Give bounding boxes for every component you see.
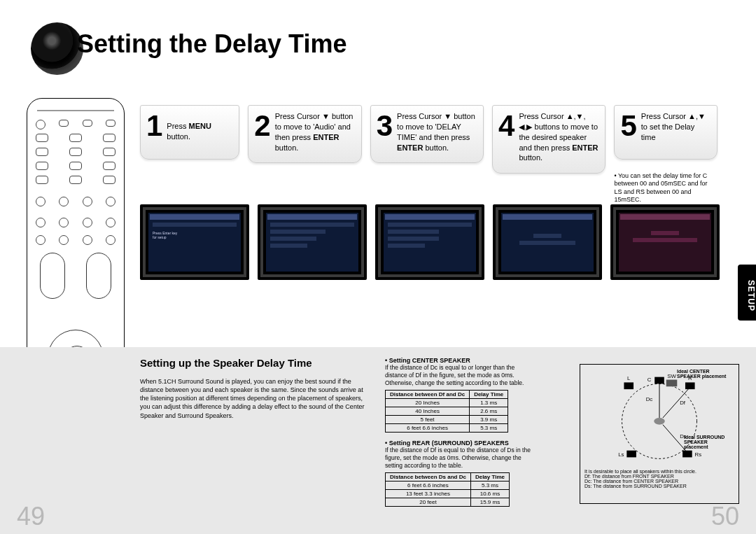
svg-line-16 (663, 387, 690, 418)
df-legend: Df: The distance from FRONT SPEAKER (584, 474, 734, 479)
step-3-text: Press Cursor ▼ button to move to 'DELAY … (397, 111, 477, 153)
step-5: 5Press Cursor ▲,▼ to set the Delay time … (614, 105, 717, 204)
svg-rect-8 (685, 382, 695, 389)
intro-paragraph: When 5.1CH Surround Sound is played, you… (140, 377, 371, 420)
svg-rect-12 (682, 451, 692, 458)
svg-text:L: L (627, 376, 631, 382)
rear-delay-table: Distance between Ds and DcDelay Time 6 f… (385, 472, 510, 507)
svg-rect-4 (654, 377, 664, 384)
ideal-center-label: Ideal CENTER SPEAKER placement (677, 369, 733, 379)
step-5-number: 5 (620, 111, 636, 141)
step-3-number: 3 (377, 111, 393, 141)
step-1-number: 1 (146, 111, 162, 141)
t2-h1: Distance between Ds and Dc (386, 473, 471, 482)
tv-preview-1: Press Enter keyfor setup (140, 204, 249, 280)
steps-row: 1Press MENU button. 2Press Cursor ▼ butt… (140, 105, 745, 204)
tv-preview-2 (258, 204, 367, 280)
tv-preview-4 (493, 204, 602, 280)
step-5-note: • You can set the delay time for C betwe… (614, 172, 712, 204)
section-tab-setup: SETUP (738, 265, 756, 321)
svg-text:Dc: Dc (646, 396, 653, 402)
svg-rect-2 (624, 382, 634, 389)
svg-text:Df: Df (680, 400, 686, 406)
page-title: Setting the Delay Time (77, 29, 346, 59)
page-number-right: 50 (711, 502, 739, 531)
center-speaker-heading: • Setting CENTER SPEAKER (385, 357, 739, 364)
step-3: 3Press Cursor ▼ button to move to 'DELAY… (370, 105, 484, 204)
step-4-text: Press Cursor ▲,▼, ◀,▶ buttons to move to… (519, 111, 599, 163)
step-2-text: Press Cursor ▼ button to move to 'Audio'… (275, 111, 356, 153)
step-1: 1Press MENU button. (140, 105, 239, 204)
ideal-surround-label: Ideal SURROUND SPEAKER placement (684, 435, 733, 449)
tv-preview-3 (375, 204, 484, 280)
center-speaker-body: If the distance of Dc is equal to or lon… (385, 364, 532, 387)
speaker-placement-diagram: Ideal CENTER SPEAKER placement L C SW R … (580, 364, 739, 504)
svg-text:Ls: Ls (618, 451, 624, 458)
svg-text:Rs: Rs (695, 451, 702, 458)
lower-section: Setting up the Speaker Delay Time When 5… (0, 347, 756, 534)
svg-text:SW: SW (667, 373, 676, 379)
svg-rect-10 (626, 451, 636, 458)
svg-point-1 (654, 418, 665, 425)
tv-preview-row: Press Enter keyfor setup (140, 204, 745, 280)
step-5-text: Press Cursor ▲,▼ to set the Delay time (641, 111, 711, 143)
step-2: 2Press Cursor ▼ button to move to 'Audio… (248, 105, 361, 204)
ds-legend: Ds: The distance from SURROUND SPEAKER (584, 484, 734, 489)
t2-h2: Delay Time (470, 473, 509, 482)
t1-h1: Distance between Df and Dc (386, 391, 470, 399)
svg-text:C: C (648, 377, 652, 383)
dc-legend: Dc: The distance from CENTER SPEAKER (584, 479, 734, 484)
step-4: 4Press Cursor ▲,▼, ◀,▶ buttons to move t… (492, 105, 606, 204)
step-4-number: 4 (498, 111, 514, 141)
step-1-text: Press MENU button. (167, 111, 233, 142)
rear-speaker-body: If the distance of Df is equal to the di… (385, 447, 532, 470)
step-2-number: 2 (254, 111, 270, 141)
tv-preview-5 (610, 204, 720, 280)
diagram-caption: It is desirable to place all speakers wi… (584, 469, 734, 474)
t1-h2: Delay Time (470, 391, 508, 399)
page-number-left: 49 (17, 502, 45, 531)
center-delay-table: Distance between Df and DcDelay Time 20 … (385, 390, 508, 433)
svg-rect-6 (666, 380, 678, 387)
